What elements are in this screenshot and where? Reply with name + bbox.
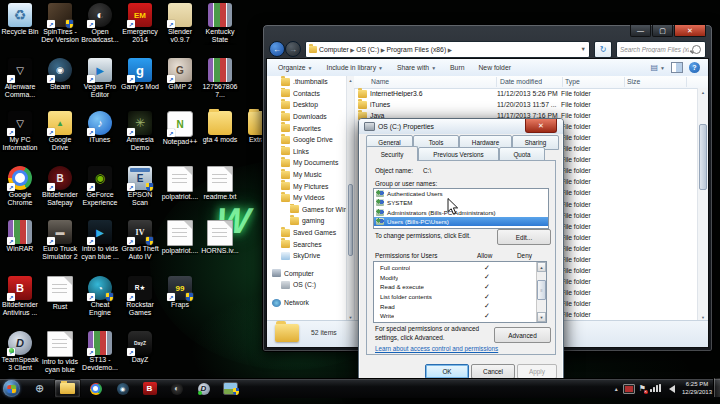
refresh-button[interactable]: ↻ (594, 41, 612, 58)
taskbar-steam[interactable]: ◉ (110, 380, 135, 397)
nav-item-links[interactable]: Links (267, 146, 346, 158)
allow-checkmark-icon[interactable]: ✓ (484, 302, 490, 310)
breadcrumb-os-c[interactable]: OS (C:) (356, 46, 379, 53)
desktop-icon-euro-truck-simulator-2[interactable]: ▬↗Euro Truck Simulator 2 (41, 220, 79, 261)
breadcrumb[interactable]: Computer ▶ OS (C:) ▶ Program Files (x86)… (305, 41, 590, 58)
desktop-icon-google-chrome[interactable]: ↗Google Chrome (1, 166, 39, 207)
desktop-icon-st13-devdemo[interactable]: ↗ST13 - Devdemo... (81, 331, 119, 372)
column-header-type[interactable]: Type (565, 78, 580, 85)
group-row-administrators-bills-pc-administrators[interactable]: Administrators (Bills-PC\Administrators) (374, 208, 548, 217)
desktop-icon-bitdefender-antivirus[interactable]: B↗Bitdefender Antivirus ... (1, 276, 39, 317)
taskbar-app-swirl[interactable]: ◐ (164, 380, 189, 397)
advanced-button[interactable]: Advanced (494, 327, 551, 343)
desktop-icon-gta-4-mods[interactable]: gta 4 mods (201, 111, 239, 144)
file-row-internethelper3-6[interactable]: InternetHelper3.611/12/2013 5:26 PMFile … (354, 88, 698, 99)
desktop-icon-vegas-pro-editor[interactable]: ▶↗Vegas Pro Editor (81, 58, 119, 99)
group-user-list[interactable]: Authenticated UsersSYSTEMAdministrators … (373, 188, 549, 229)
permission-row-modify[interactable]: Modify✓ (374, 273, 537, 283)
views-dropdown-icon[interactable]: ▼ (660, 65, 665, 71)
permission-row-read[interactable]: Read✓ (374, 301, 537, 311)
action-center-icon[interactable]: ⚑ (639, 385, 646, 393)
toolbar-organize[interactable]: Organize▼ (271, 64, 320, 71)
allow-checkmark-icon[interactable]: ✓ (484, 293, 490, 301)
views-icon[interactable]: ▤ (650, 63, 658, 72)
desktop-icon-itunes[interactable]: ♪↗iTunes (81, 111, 119, 144)
desktop-icon-recycle-bin[interactable]: ♻Recycle Bin (1, 3, 39, 36)
nav-item-computer[interactable]: Computer (267, 268, 346, 280)
desktop-icon-epson-scan[interactable]: E↗EPSON Scan (121, 166, 159, 207)
desktop-icon-rust[interactable]: Rust (41, 276, 79, 311)
cancel-button[interactable]: Cancel (471, 364, 515, 379)
desktop-icon-spintires-dev-version[interactable]: ↗SpinTires - Dev Version (41, 3, 79, 44)
desktop-icon-polpatriot[interactable]: polpatriot.... (161, 220, 199, 255)
toolbar-new-folder[interactable]: New folder (471, 64, 518, 71)
desktop-icon-cheat-engine[interactable]: ◔↗Cheat Engine (81, 276, 119, 317)
desktop-icon-emergency-2014[interactable]: EM↗Emergency 2014 (121, 3, 159, 44)
scroll-up-icon[interactable]: ▲ (537, 262, 546, 272)
desktop-icon-1275678067[interactable]: 1275678067... (201, 58, 239, 99)
breadcrumb-program-files-x86[interactable]: Program Files (x86) (386, 46, 446, 53)
scrollbar-thumb[interactable]: ≡ (537, 280, 546, 300)
access-control-link[interactable]: Learn about access control and permissio… (375, 345, 498, 352)
taskbar-windows-explorer[interactable] (54, 379, 81, 398)
nav-item-desktop[interactable]: Desktop (267, 99, 346, 111)
maximize-button[interactable]: ▢ (652, 25, 673, 37)
permissions-list[interactable]: ▲ ≡ ▼ Full control✓Modify✓Read & execute… (373, 261, 547, 323)
column-header-size[interactable]: Size (627, 78, 640, 85)
group-row-authenticated-users[interactable]: Authenticated Users (374, 189, 548, 198)
permission-row-full-control[interactable]: Full control✓ (374, 263, 537, 273)
column-header-date[interactable]: Date modified (500, 78, 542, 85)
taskbar-clock[interactable]: 6:25 PM 12/29/2013 (682, 381, 712, 397)
start-button[interactable] (3, 380, 20, 397)
nav-item-network[interactable]: Network (267, 297, 346, 309)
permissions-scrollbar[interactable]: ▲ ≡ ▼ (536, 262, 546, 322)
desktop-icon-geforce-experience[interactable]: ◉↗GeForce Experience (81, 166, 119, 207)
search-box[interactable] (616, 41, 706, 58)
desktop-icon-kentucky-state-cvpl-rar[interactable]: Kentucky State CVPL.rar (201, 3, 239, 45)
file-scrollbar[interactable]: ▲ ▼ (697, 88, 708, 321)
group-row-users-bills-pc-users[interactable]: Users (Bills-PC\Users) (374, 217, 548, 226)
search-input[interactable] (617, 46, 692, 53)
nav-item-searches[interactable]: Searches (267, 238, 346, 250)
toolbar-include-in-library[interactable]: Include in library▼ (320, 64, 390, 71)
desktop-icon-horns-iv[interactable]: HORNS.iv... (201, 220, 239, 255)
back-button[interactable]: ← (269, 41, 285, 57)
chevron-down-icon[interactable]: ▼ (581, 46, 586, 52)
desktop-icon-intro-to-vids-cyan-blue[interactable]: ▶↗intro to vids cyan blue ... (81, 220, 119, 261)
explorer-titlebar[interactable]: — ▢ ✕ (263, 25, 712, 39)
taskbar-photo-app[interactable] (218, 380, 243, 397)
nav-item-google-drive[interactable]: Google Drive (267, 134, 346, 146)
desktop-icon-polpatriot[interactable]: polpatriot.... (161, 166, 199, 201)
nav-item-my-pictures[interactable]: My Pictures (267, 180, 346, 192)
desktop-icon-google-drive[interactable]: ▲↗Google Drive (41, 111, 79, 152)
tray-expand-icon[interactable]: ▲ (614, 386, 619, 392)
desktop-icon-alienware-comma[interactable]: ▽↗Alienware Comma... (1, 58, 39, 99)
desktop-icon-rockstar-games-soci[interactable]: R★↗Rockstar Games Soci... (121, 276, 159, 318)
help-icon[interactable]: ? (689, 62, 700, 73)
taskbar-alienware-command[interactable]: ⊕ (27, 380, 52, 397)
show-desktop-button[interactable] (713, 378, 720, 397)
desktop-icon-grand-theft-auto-iv[interactable]: IV↗Grand Theft Auto IV (121, 220, 159, 261)
group-row-system[interactable]: SYSTEM (374, 198, 548, 207)
scroll-up-icon[interactable]: ▲ (698, 88, 708, 96)
desktop-icon-my-pc-information[interactable]: ▽↗My PC Information (1, 111, 39, 152)
nav-item-gaming[interactable]: gaming (267, 215, 346, 227)
nav-item-downloads[interactable]: Downloads (267, 111, 346, 123)
desktop-icon-fraps[interactable]: 99↗Fraps (161, 276, 199, 309)
desktop-icon-amnesia-demo[interactable]: ✳↗Amnesia Demo (121, 111, 159, 152)
taskbar-google-chrome[interactable] (83, 380, 108, 397)
nav-item-my-videos[interactable]: My Videos (267, 192, 346, 204)
dialog-close-button[interactable]: ✕ (525, 119, 557, 133)
nav-item-my-music[interactable]: My Music (267, 169, 346, 181)
permission-row-write[interactable]: Write✓ (374, 311, 537, 321)
nav-item-my-documents[interactable]: My Documents (267, 157, 346, 169)
scrollbar-thumb[interactable] (699, 124, 707, 190)
nav-item-os-c[interactable]: OS (C:) (267, 279, 346, 291)
taskbar-teamspeak[interactable]: D (191, 380, 216, 397)
edit-button[interactable]: Edit... (497, 229, 551, 245)
desktop-icon-open-broadcast[interactable]: ◐↗Open Broadcast... (81, 3, 119, 44)
forward-button[interactable]: → (285, 41, 301, 57)
desktop-icon-notepad[interactable]: N↗Notepad++ (161, 111, 199, 146)
desktop-icon-dayz[interactable]: DayZ↗DayZ (121, 331, 159, 364)
toolbar-share-with[interactable]: Share with▼ (390, 64, 443, 71)
